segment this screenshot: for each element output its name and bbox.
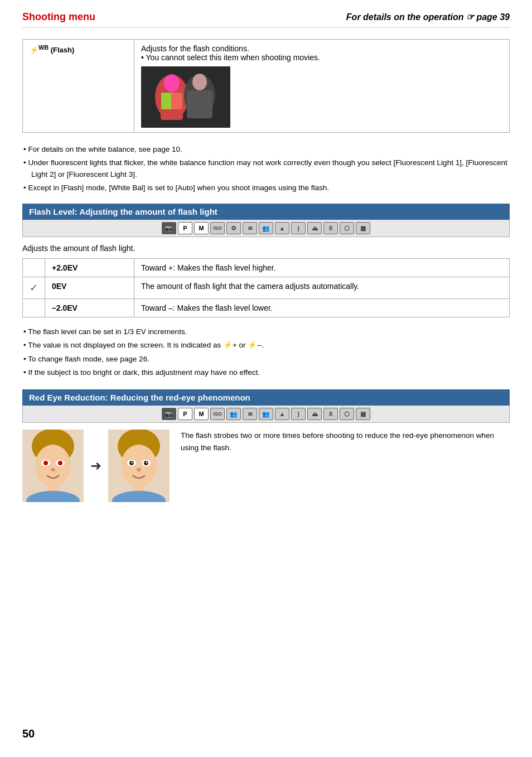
re-mode-p: P <box>178 408 192 420</box>
re-mode-s3: 👥 <box>259 408 273 420</box>
fl-note-2: The value is not displayed on the screen… <box>31 340 510 351</box>
flash-desc-zero: The amount of flash light that the camer… <box>134 277 510 299</box>
flash-value-minus: –2.0EV <box>45 299 134 317</box>
mode-icon-scene5: ) <box>291 222 306 234</box>
mode-icon-scene6: ⛰ <box>307 222 322 234</box>
fl-note-1: The flash level can be set in 1/3 EV inc… <box>31 326 510 337</box>
flash-wb-table: ⚡WB (Flash) Adjusts for the flash condit… <box>22 39 510 133</box>
svg-point-24 <box>132 462 133 464</box>
red-eye-section: Red Eye Reduction: Reducing the red-eye … <box>22 389 510 508</box>
mode-icon-iso: ISO <box>210 222 225 234</box>
red-eye-title: Red Eye Reduction: Reducing the red-eye … <box>22 389 510 406</box>
flash-level-mode-bar: 📷 P M ISO ⚙ ≋ 👥 ▲ ) ⛰ 8 ⬡ ▦ <box>22 220 510 237</box>
svg-point-2 <box>164 74 180 92</box>
red-eye-content: ➜ <box>22 430 510 508</box>
flash-description: Adjusts for the flash conditions. • You … <box>134 40 510 133</box>
svg-rect-6 <box>187 90 212 118</box>
flash-desc-line1: Adjusts for the flash conditions. <box>141 44 249 53</box>
page-header: Shooting menu For details on the operati… <box>22 11 510 28</box>
flash-photo <box>141 66 230 128</box>
mode-icon-scene3: 👥 <box>259 222 273 234</box>
svg-point-13 <box>43 461 48 465</box>
svg-rect-8 <box>161 93 171 109</box>
re-mode-m: M <box>194 408 209 420</box>
white-balance-notes: For details on the white balance, see pa… <box>22 144 510 194</box>
mode-icon-scene8: ⬡ <box>340 222 354 234</box>
flash-photo-svg <box>141 66 230 128</box>
red-eye-arrow: ➜ <box>90 458 101 474</box>
flash-level-row-minus: –2.0EV Toward –: Makes the flash level l… <box>23 299 510 317</box>
flash-desc-plus: Toward +: Makes the flash level higher. <box>134 259 510 277</box>
flash-value-plus: +2.0EV <box>45 259 134 277</box>
re-mode-s5: ) <box>291 408 306 420</box>
mode-icon-camera: 📷 <box>162 222 176 234</box>
svg-point-21 <box>121 445 157 487</box>
wb-note-2: Under fluorescent lights that flicker, t… <box>31 157 510 180</box>
flash-check-plus <box>23 259 45 277</box>
flash-wb-section: ⚡WB (Flash) Adjusts for the flash condit… <box>22 39 510 133</box>
flash-check-zero: ✓ <box>23 277 45 299</box>
red-eye-desc-text: The flash strobes two or more times befo… <box>181 430 510 454</box>
svg-point-11 <box>35 445 71 487</box>
re-mode-s9: ▦ <box>356 408 370 420</box>
face-before-svg <box>22 430 84 502</box>
flash-desc-line2: • You cannot select this item when shoot… <box>141 53 320 62</box>
re-mode-s2: ≋ <box>243 408 257 420</box>
face-before <box>22 430 84 502</box>
svg-point-15 <box>58 461 62 465</box>
flash-level-row-zero: ✓ 0EV The amount of flash light that the… <box>23 277 510 299</box>
mode-icon-scene1: ⚙ <box>226 222 241 234</box>
wb-note-1: For details on the white balance, see pa… <box>31 144 510 155</box>
flash-label: ⚡WB (Flash) <box>23 40 134 133</box>
mode-icon-p: P <box>178 222 192 234</box>
re-mode-iso: ISO <box>210 408 225 420</box>
face-after-svg <box>108 430 170 502</box>
mode-icon-m: M <box>194 222 209 234</box>
re-mode-s6: ⛰ <box>307 408 322 420</box>
mode-icon-scene7: 8 <box>323 222 338 234</box>
flash-desc-minus: Toward –: Makes the flash level lower. <box>134 299 510 317</box>
fl-note-4: If the subject is too bright or dark, th… <box>31 367 510 378</box>
flash-row: ⚡WB (Flash) Adjusts for the flash condit… <box>23 40 510 133</box>
svg-point-5 <box>192 74 207 90</box>
page-reference: For details on the operation ☞ page 39 <box>346 12 510 22</box>
red-eye-mode-bar: 📷 P M ISO 👥 ≋ 👥 ▲ ) ⛰ 8 ⬡ ▦ <box>22 406 510 423</box>
svg-point-28 <box>137 468 141 471</box>
fl-note-3: To change flash mode, see page 26. <box>31 354 510 365</box>
red-eye-description: The flash strobes two or more times befo… <box>181 430 510 454</box>
flash-level-intro: Adjusts the amount of flash light. <box>22 244 510 253</box>
section-title: Shooting menu <box>22 11 95 23</box>
flash-check-minus <box>23 299 45 317</box>
re-mode-s7: 8 <box>323 408 338 420</box>
flash-level-row-plus: +2.0EV Toward +: Makes the flash level h… <box>23 259 510 277</box>
re-mode-camera: 📷 <box>162 408 176 420</box>
red-eye-images: ➜ <box>22 430 170 502</box>
flash-value-zero: 0EV <box>45 277 134 299</box>
mode-icon-scene9: ▦ <box>356 222 370 234</box>
re-mode-s1: 👥 <box>226 408 241 420</box>
face-after <box>108 430 170 502</box>
mode-icon-scene2: ≋ <box>243 222 257 234</box>
svg-point-27 <box>146 462 148 464</box>
mode-icon-scene4: ▲ <box>275 222 289 234</box>
flash-level-title: Flash Level: Adjusting the amount of fla… <box>22 204 510 220</box>
re-mode-s8: ⬡ <box>340 408 354 420</box>
re-mode-s4: ▲ <box>275 408 289 420</box>
flash-symbol: ⚡WB (Flash) <box>30 46 74 54</box>
flash-level-table: +2.0EV Toward +: Makes the flash level h… <box>22 258 510 317</box>
page-number: 50 <box>22 727 35 740</box>
wb-note-3: Except in [Flash] mode, [White Bal] is s… <box>31 182 510 194</box>
flash-level-notes: The flash level can be set in 1/3 EV inc… <box>22 326 510 378</box>
flash-level-section: Flash Level: Adjusting the amount of fla… <box>22 204 510 378</box>
svg-point-16 <box>51 468 55 471</box>
